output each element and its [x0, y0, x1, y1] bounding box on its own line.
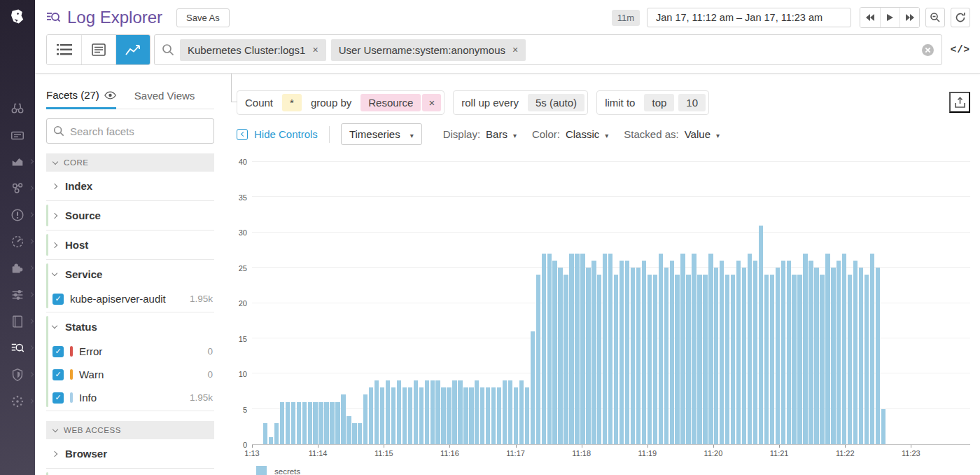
chart-bar: [408, 387, 412, 444]
facet-host[interactable]: Host: [46, 230, 214, 259]
search-input[interactable]: Kubernetes Cluster:logs1×User Username:s…: [154, 34, 942, 65]
sidebar-item-watchdog[interactable]: [0, 95, 35, 122]
sidebar-item-events[interactable]: [0, 122, 35, 149]
binoculars-icon: [10, 101, 25, 116]
chart-plot-area[interactable]: [252, 162, 970, 445]
x-tick-label: 11:20: [704, 449, 723, 457]
sidebar-item-logs[interactable]: [0, 335, 35, 362]
facet-label: Index: [65, 180, 92, 192]
chart-bar: [648, 275, 652, 444]
facet-value-row[interactable]: Warn0: [46, 364, 214, 387]
chart-bar: [324, 402, 328, 444]
code-view-icon[interactable]: </>: [951, 44, 970, 55]
search-filter-chip[interactable]: User Username:system:anonymous×: [331, 39, 526, 61]
datadog-logo[interactable]: [0, 0, 35, 35]
detail-list-view-button[interactable]: [81, 35, 115, 64]
clear-search-icon[interactable]: [921, 43, 934, 57]
facet-label: Host: [65, 239, 88, 251]
y-tick-label: 15: [239, 335, 247, 343]
events-icon: [10, 128, 25, 143]
date-range-input[interactable]: Jan 17, 11:12 am – Jan 17, 11:23 am: [647, 8, 851, 27]
facet-value-row[interactable]: kube-apiserver-audit1.95k: [46, 289, 214, 312]
zoom-out-button[interactable]: [925, 8, 945, 27]
facet-search-input[interactable]: [70, 125, 209, 137]
x-tick-mark: [582, 445, 582, 448]
time-shift-group: [860, 7, 920, 28]
chevron-right-icon: [52, 450, 57, 456]
stacked-as-select[interactable]: Stacked as: Value: [624, 128, 720, 140]
x-tick-mark: [384, 445, 384, 448]
checkbox-checked[interactable]: [52, 392, 64, 404]
legend-label: secrets: [274, 467, 300, 475]
facet-source[interactable]: Source: [46, 201, 214, 230]
hide-controls-button[interactable]: Hide Controls: [237, 128, 318, 140]
sidebar-item-monitors[interactable]: [0, 202, 35, 228]
checkbox-checked[interactable]: [52, 294, 64, 305]
play-button[interactable]: [880, 8, 899, 27]
facet-value-label: Warn: [79, 369, 104, 380]
sidebar-item-infrastructure[interactable]: [0, 175, 35, 202]
timeseries-view-button[interactable]: [115, 35, 150, 64]
chart-bar: [503, 380, 507, 444]
limit-direction-chip[interactable]: top: [644, 94, 674, 111]
facet-group-label: CORE: [64, 158, 89, 167]
list-view-button[interactable]: [47, 35, 81, 64]
shift-back-button[interactable]: [860, 8, 880, 27]
search-filter-chip[interactable]: Kubernetes Cluster:logs1×: [180, 39, 326, 61]
facet-service[interactable]: Service: [46, 260, 214, 289]
chart-bar: [592, 261, 596, 444]
refresh-button[interactable]: [951, 8, 970, 27]
legend-swatch[interactable]: [256, 466, 267, 475]
group-by-value-chip[interactable]: Resource: [360, 94, 421, 111]
rollup-value-chip[interactable]: 5s (auto): [528, 94, 584, 111]
checkbox-checked[interactable]: [52, 369, 64, 380]
facet-group-header[interactable]: WEB ACCESS: [46, 421, 214, 439]
facet-tab-saved-views[interactable]: Saved Views: [134, 89, 195, 109]
infrastructure-icon: [10, 181, 25, 196]
rollup-label: roll up every: [456, 95, 524, 111]
display-select[interactable]: Display: Bars: [443, 128, 517, 140]
sidebar-item-integrations[interactable]: [0, 255, 35, 282]
chart-bar: [435, 380, 440, 444]
sidebar-item-synthetics[interactable]: [0, 388, 35, 415]
facet-url-path[interactable]: URL Path: [46, 469, 214, 475]
shift-forward-button[interactable]: [899, 8, 919, 27]
facet-tab-facets[interactable]: Facets (27): [46, 89, 116, 109]
facet-index[interactable]: Index: [46, 172, 214, 200]
limit-value-chip[interactable]: 10: [678, 94, 706, 111]
facet-value-row[interactable]: Info1.95k: [46, 387, 214, 411]
dog-icon: [7, 7, 28, 28]
facet-browser[interactable]: Browser: [46, 439, 214, 468]
log-explorer-icon: [45, 9, 62, 26]
chart-bar: [552, 261, 556, 444]
facet-status[interactable]: Status: [46, 312, 214, 341]
color-select[interactable]: Color: Classic: [532, 128, 608, 140]
y-tick-label: 20: [239, 299, 247, 308]
checkbox-checked[interactable]: [52, 346, 64, 357]
export-button[interactable]: [949, 92, 970, 113]
facet-value-row[interactable]: Error0: [46, 341, 214, 364]
measure-field-chip[interactable]: *: [282, 94, 302, 111]
sidebar-item-dashboards[interactable]: [0, 149, 35, 175]
gridline: [252, 196, 970, 197]
save-as-button[interactable]: Save As: [176, 8, 230, 27]
sidebar-item-notebooks[interactable]: [0, 308, 35, 335]
chart-bar: [781, 261, 785, 444]
remove-filter-icon[interactable]: ×: [312, 44, 318, 55]
sidebar-item-apm[interactable]: [0, 228, 35, 255]
sidebar-item-security[interactable]: [0, 362, 35, 388]
remove-filter-icon[interactable]: ×: [512, 44, 518, 55]
chart-bar: [842, 254, 846, 444]
remove-group-by-button[interactable]: ×: [422, 94, 441, 111]
x-axis: 1:1311:1411:1511:1611:1711:1811:1911:201…: [252, 445, 960, 460]
time-span-badge[interactable]: 11m: [612, 10, 640, 26]
facet-group-header[interactable]: CORE: [46, 153, 214, 172]
facet-search-field[interactable]: [46, 118, 214, 144]
chart-bar: [369, 387, 373, 444]
sidebar-item-metrics[interactable]: [0, 282, 35, 308]
x-tick-label: 11:16: [440, 449, 459, 457]
viz-type-select[interactable]: Timeseries: [341, 123, 422, 145]
chart-bar: [425, 380, 429, 444]
timeseries-chart: 0510152025303540: [231, 162, 970, 445]
chart-bar: [346, 416, 351, 444]
